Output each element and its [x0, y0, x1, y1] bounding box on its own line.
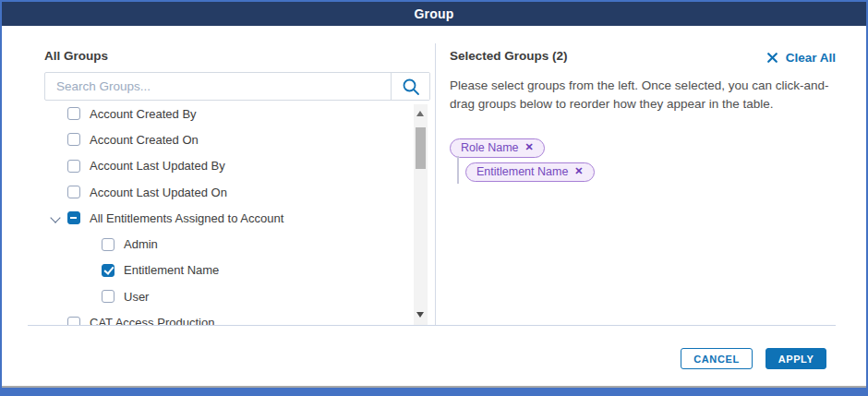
scrollbar-thumb[interactable] [416, 127, 426, 169]
list-item-label: Account Created By [90, 107, 197, 121]
groups-list: Account Created ByAccount Created OnAcco… [28, 101, 430, 325]
list-item-label: CAT Access Production [90, 316, 214, 325]
chip-remove-icon[interactable]: ✕ [574, 166, 583, 176]
list-item[interactable]: Account Last Updated On [28, 179, 430, 205]
checkbox-unchecked[interactable] [67, 107, 80, 120]
scroll-up-arrow-icon[interactable] [416, 111, 424, 116]
chip-row: Role Name✕ [450, 136, 595, 160]
all-groups-heading: All Groups [44, 49, 108, 63]
chip-label: Entitlement Name [476, 165, 568, 178]
footer-separator [28, 325, 836, 326]
scroll-down-arrow-icon[interactable] [416, 312, 424, 318]
chevron-down-icon[interactable] [49, 211, 62, 224]
chip-row: Entitlement Name✕ [450, 160, 595, 184]
search-groups-box [44, 72, 430, 101]
dialog-header: Group [2, 2, 866, 26]
list-item-label: Account Created On [90, 133, 199, 147]
checkbox-unchecked[interactable] [67, 186, 80, 198]
checkbox-checked[interactable] [102, 264, 115, 277]
list-item-label: User [124, 290, 149, 304]
checkbox-unchecked[interactable] [67, 160, 80, 173]
dialog-title: Group [415, 6, 454, 21]
reorder-instructions: Please select groups from the left. Once… [450, 77, 849, 114]
checkbox-unchecked[interactable] [102, 238, 115, 251]
chip-remove-icon[interactable]: ✕ [525, 142, 534, 152]
groups-list-scrollbar[interactable] [414, 104, 428, 325]
clear-all-label: Clear All [786, 51, 836, 65]
list-item-label: Entitlement Name [124, 263, 219, 277]
list-item-label: Account Last Updated By [90, 159, 225, 173]
clear-all-button[interactable]: Clear All [767, 51, 836, 65]
clear-all-x-icon [767, 53, 778, 63]
list-item-label: All Entitlements Assigned to Account [90, 211, 283, 225]
chip-label: Role Name [461, 141, 519, 154]
checkbox-unchecked[interactable] [67, 133, 80, 146]
list-item[interactable]: Admin [28, 231, 430, 257]
list-item[interactable]: User [28, 283, 430, 309]
group-chip[interactable]: Role Name✕ [450, 138, 545, 158]
group-chip[interactable]: Entitlement Name✕ [465, 162, 595, 182]
group-dialog: Group All Groups Account Created ByAccou… [0, 0, 868, 396]
list-item[interactable]: Account Created By [28, 101, 430, 126]
list-item[interactable]: Entitlement Name [28, 258, 430, 283]
search-input[interactable] [45, 73, 391, 100]
panel-divider [435, 43, 436, 325]
list-item[interactable]: Account Last Updated By [28, 153, 430, 179]
list-item[interactable]: All Entitlements Assigned to Account [28, 205, 430, 231]
checkbox-unchecked[interactable] [102, 290, 115, 303]
checkbox-unchecked[interactable] [67, 317, 80, 325]
frame-bottom-bar [2, 388, 866, 394]
list-item-label: Admin [124, 237, 158, 251]
checkbox-indeterminate[interactable] [67, 211, 80, 224]
list-item[interactable]: CAT Access Production [28, 309, 430, 325]
selected-group-chips: Role Name✕Entitlement Name✕ [450, 136, 595, 184]
search-button[interactable] [391, 73, 429, 100]
search-icon [402, 78, 420, 96]
apply-button[interactable]: APPLY [766, 348, 826, 369]
list-item[interactable]: Account Created On [28, 126, 430, 152]
selected-groups-heading: Selected Groups (2) [450, 49, 568, 63]
list-item-label: Account Last Updated On [90, 186, 227, 199]
cancel-button[interactable]: CANCEL [681, 348, 753, 369]
